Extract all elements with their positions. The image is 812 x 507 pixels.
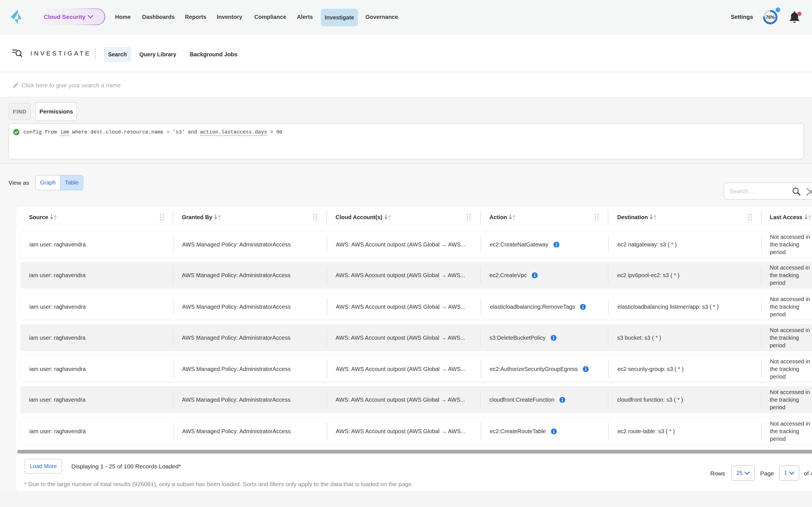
svg-text:76%: 76% [766, 15, 775, 20]
